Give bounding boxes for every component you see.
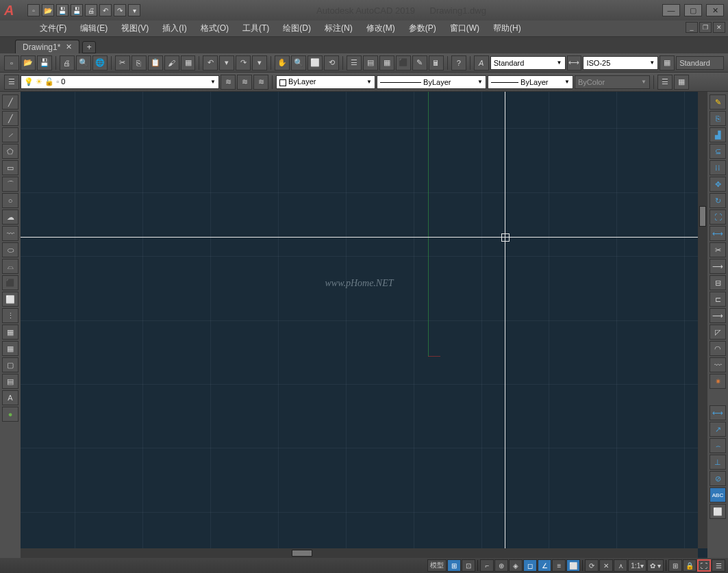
table-icon[interactable]: ▤ — [2, 374, 18, 389]
linear-dim-icon[interactable]: ⟷ — [710, 405, 726, 420]
region-icon[interactable]: ▢ — [2, 357, 18, 372]
open-icon[interactable]: 📂 — [42, 4, 54, 16]
label-icon[interactable]: ABC — [710, 487, 726, 502]
lock-ui-icon[interactable]: 🔒 — [683, 559, 696, 572]
save-file-icon[interactable]: 💾 — [37, 55, 52, 71]
menu-draw[interactable]: 绘图(D) — [276, 23, 318, 34]
undo-icon[interactable]: ↶ — [99, 4, 112, 16]
zoom-icon[interactable]: 🔍 — [291, 55, 306, 71]
annot-scale-icon[interactable]: ⋏ — [614, 559, 627, 572]
close-button[interactable]: ✕ — [706, 4, 724, 16]
make-block-icon[interactable]: ⬜ — [2, 292, 18, 307]
preview-icon[interactable]: 🔍 — [76, 55, 91, 71]
mtext-icon[interactable]: A — [2, 390, 18, 405]
snap-toggle-icon[interactable]: ⊡ — [462, 559, 475, 572]
table-style-icon[interactable]: ▦ — [660, 55, 675, 71]
point-icon[interactable]: ⋮ — [2, 308, 18, 323]
dim-style-icon[interactable]: ⟷ — [567, 55, 582, 71]
circle-icon[interactable]: ○ — [2, 193, 18, 208]
undo-dropdown-icon[interactable]: ▾ — [219, 55, 234, 71]
minimize-button[interactable]: — — [662, 4, 680, 16]
grid-toggle-icon[interactable]: ⊞ — [447, 559, 461, 572]
hatch-icon[interactable]: ▦ — [2, 324, 18, 340]
workspace-icon[interactable]: ✿ ▾ — [647, 559, 664, 572]
layer-dropdown[interactable]: 💡 ☀ 🔓 ▫ 0 ▼ — [21, 75, 219, 89]
file-tab-drawing1[interactable]: Drawing1* ✕ — [15, 40, 79, 53]
otrack-toggle-icon[interactable]: ∠ — [538, 559, 551, 572]
properties-icon[interactable]: ☰ — [347, 55, 362, 71]
layer-prev-icon[interactable]: ≋ — [237, 75, 252, 90]
model-space-button[interactable]: 模型 — [427, 559, 447, 572]
help-icon[interactable]: ? — [451, 55, 466, 71]
text-style-dropdown[interactable]: Standard ▼ — [490, 56, 566, 70]
break-icon[interactable]: ⊏ — [710, 292, 726, 307]
saveas-icon[interactable]: 💾 — [71, 4, 83, 16]
cycling-icon[interactable]: ⟳ — [585, 559, 599, 572]
extend-icon[interactable]: ⟶ — [710, 259, 726, 274]
menu-edit[interactable]: 编辑(E) — [73, 23, 114, 34]
menu-parametric[interactable]: 参数(P) — [402, 23, 443, 34]
menu-file[interactable]: 文件(F) — [33, 23, 73, 34]
markup-icon[interactable]: ✎ — [412, 55, 427, 71]
new-icon[interactable]: ▫ — [27, 4, 40, 16]
add-selected-icon[interactable]: ● — [2, 407, 18, 422]
offset-icon[interactable]: ⊆ — [710, 144, 726, 159]
print-icon[interactable]: 🖨 — [60, 55, 75, 71]
polygon-icon[interactable]: ⬠ — [2, 144, 18, 159]
fillet-icon[interactable]: ◠ — [710, 341, 726, 356]
arc-dim-icon[interactable]: ⌢ — [710, 438, 726, 453]
construction-line-icon[interactable]: ╱ — [2, 111, 18, 126]
list-icon[interactable]: ☰ — [657, 75, 673, 90]
vertical-scrollbar[interactable] — [698, 92, 707, 548]
menu-insert[interactable]: 插入(I) — [155, 23, 193, 34]
osnap-toggle-icon[interactable]: ◻ — [523, 559, 537, 572]
scrollbar-thumb[interactable] — [699, 206, 706, 227]
array-icon[interactable]: ⁞⁞ — [710, 160, 726, 175]
mirror-icon[interactable]: ▟ — [710, 127, 726, 142]
match-icon[interactable]: 🖌 — [164, 55, 179, 71]
zoom-previous-icon[interactable]: ⟲ — [324, 55, 339, 71]
table-style-dropdown[interactable]: Standard — [676, 56, 724, 70]
sheet-set-icon[interactable]: ▤ — [363, 55, 378, 71]
linetype-dropdown[interactable]: ByLayer ▼ — [377, 75, 486, 89]
menu-format[interactable]: 格式(O) — [194, 23, 236, 34]
aligned-dim-icon[interactable]: ↗ — [710, 422, 726, 437]
redo-dropdown-icon[interactable]: ▾ — [252, 55, 267, 71]
tool-palette-icon[interactable]: ▦ — [379, 55, 394, 71]
spline-icon[interactable]: 〰 — [2, 226, 18, 241]
ellipse-icon[interactable]: ⬭ — [2, 242, 18, 257]
rotate-icon[interactable]: ↻ — [710, 193, 726, 208]
qat-dropdown-icon[interactable]: ▾ — [128, 4, 140, 16]
doc-restore-button[interactable]: ❐ — [699, 22, 712, 33]
polar-toggle-icon[interactable]: ⊕ — [494, 559, 508, 572]
doc-minimize-button[interactable]: _ — [686, 22, 698, 33]
zoom-window-icon[interactable]: ⬜ — [307, 55, 323, 71]
ortho-toggle-icon[interactable]: ⌐ — [480, 559, 494, 572]
text-style-icon[interactable]: A — [474, 55, 489, 71]
layer-iso-icon[interactable]: ≋ — [253, 75, 268, 90]
isodraft-icon[interactable]: ◈ — [509, 559, 523, 572]
redo-icon[interactable]: ↷ — [236, 55, 251, 71]
paste-icon[interactable]: 📋 — [148, 55, 163, 71]
calc-icon[interactable]: 🖩 — [429, 55, 444, 71]
new-file-icon[interactable]: ▫ — [4, 55, 19, 71]
move-icon[interactable]: ✥ — [710, 177, 726, 192]
scale-button[interactable]: 1:1 ▾ — [628, 559, 647, 572]
save-icon[interactable]: 💾 — [56, 4, 68, 16]
chamfer-icon[interactable]: ◸ — [710, 324, 726, 340]
clean-screen-icon[interactable]: ⛶ — [697, 559, 711, 572]
polyline-icon[interactable]: ⟋ — [2, 127, 18, 142]
stretch-icon[interactable]: ⟷ — [710, 226, 726, 241]
copy-obj-icon[interactable]: ⎘ — [710, 111, 726, 126]
join-icon[interactable]: ⟶ — [710, 308, 726, 323]
print-icon[interactable]: 🖨 — [85, 4, 97, 16]
explode-icon[interactable]: ✷ — [710, 374, 726, 389]
menu-help[interactable]: 帮助(H) — [486, 23, 528, 34]
layer-state-icon[interactable]: ≋ — [221, 75, 236, 90]
scrollbar-thumb[interactable] — [292, 550, 312, 557]
lineweight-toggle-icon[interactable]: ≡ — [552, 559, 566, 572]
horizontal-scrollbar[interactable] — [21, 548, 698, 558]
more-icon[interactable]: ⬜ — [710, 504, 726, 519]
quick-props-icon[interactable]: ⊞ — [668, 559, 682, 572]
customization-icon[interactable]: ☰ — [712, 559, 725, 572]
